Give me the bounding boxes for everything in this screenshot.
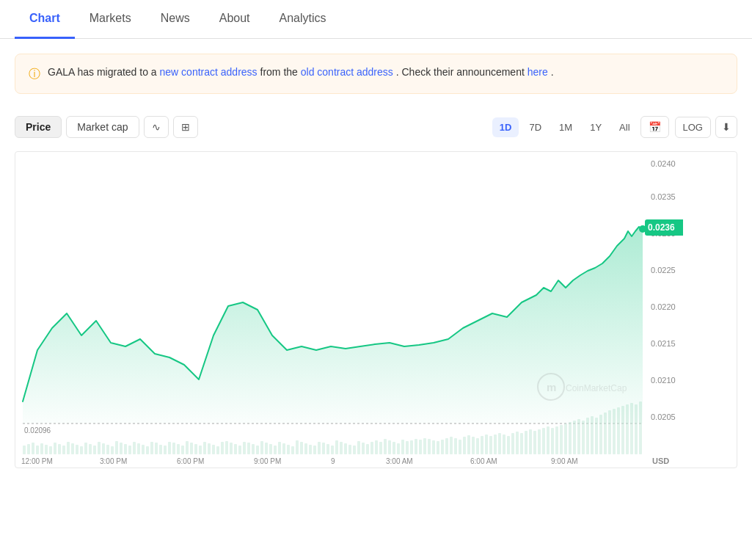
tab-news[interactable]: News <box>146 0 205 39</box>
svg-rect-11 <box>67 442 70 454</box>
time-7d-button[interactable]: 7D <box>522 117 549 137</box>
tab-about[interactable]: About <box>205 0 265 39</box>
time-1y-button[interactable]: 1Y <box>583 117 609 137</box>
svg-rect-90 <box>415 439 417 454</box>
y-label-4: 0.0225 <box>651 266 676 274</box>
new-contract-link[interactable]: new contract address <box>160 66 258 78</box>
svg-rect-47 <box>225 441 228 454</box>
svg-rect-119 <box>542 428 545 454</box>
svg-rect-38 <box>186 441 189 454</box>
tab-markets[interactable]: Markets <box>75 0 146 39</box>
x-label-7: 6:00 AM <box>470 457 497 465</box>
svg-rect-91 <box>419 440 422 454</box>
svg-rect-118 <box>538 429 541 454</box>
svg-rect-86 <box>397 443 400 454</box>
svg-rect-33 <box>164 446 167 454</box>
svg-rect-60 <box>282 443 285 454</box>
chart-inner: 0.02096 <box>15 152 737 468</box>
svg-rect-12 <box>71 443 74 454</box>
svg-rect-85 <box>393 442 395 454</box>
tab-chart[interactable]: Chart <box>15 0 75 39</box>
time-1m-button[interactable]: 1M <box>552 117 580 137</box>
svg-rect-64 <box>300 442 303 454</box>
old-contract-link[interactable]: old contract address <box>301 66 393 78</box>
svg-rect-53 <box>252 444 255 454</box>
y-label-5: 0.0220 <box>651 302 676 311</box>
svg-rect-69 <box>322 443 325 454</box>
svg-rect-93 <box>428 439 431 454</box>
svg-rect-109 <box>498 433 501 454</box>
line-chart-icon: ∿ <box>152 121 161 133</box>
x-axis-currency: USD <box>652 457 669 465</box>
svg-rect-42 <box>203 442 206 454</box>
svg-rect-102 <box>467 435 470 454</box>
time-all-button[interactable]: All <box>612 117 637 137</box>
svg-rect-80 <box>370 442 373 454</box>
svg-rect-87 <box>401 440 404 454</box>
svg-rect-63 <box>296 440 299 454</box>
svg-rect-24 <box>124 444 127 454</box>
svg-rect-1 <box>23 446 26 454</box>
nav-tabs: Chart Markets News About Analytics <box>0 0 752 39</box>
log-button[interactable]: LOG <box>675 117 711 138</box>
svg-rect-114 <box>520 433 523 454</box>
svg-rect-32 <box>159 445 162 454</box>
svg-rect-50 <box>238 446 241 454</box>
svg-rect-9 <box>58 444 61 454</box>
calendar-button[interactable]: 📅 <box>640 116 669 138</box>
svg-rect-36 <box>177 444 180 454</box>
svg-rect-65 <box>304 443 307 454</box>
svg-rect-95 <box>437 441 439 454</box>
svg-rect-82 <box>379 442 382 454</box>
price-chart-svg: 0.02096 <box>15 152 683 468</box>
x-label-4: 9:00 PM <box>254 457 281 465</box>
info-icon: ⓘ <box>29 65 40 83</box>
download-icon: ⬇ <box>722 121 731 133</box>
svg-rect-84 <box>388 440 391 454</box>
svg-rect-40 <box>194 444 197 454</box>
svg-rect-35 <box>172 443 175 454</box>
svg-rect-20 <box>106 445 109 454</box>
svg-rect-113 <box>516 432 519 454</box>
y-label-7: 0.0210 <box>651 376 676 385</box>
line-chart-button[interactable]: ∿ <box>144 116 169 138</box>
svg-rect-62 <box>291 446 294 454</box>
svg-rect-110 <box>503 434 505 454</box>
bar-chart-button[interactable]: ⊞ <box>173 116 198 138</box>
svg-rect-10 <box>62 446 65 454</box>
svg-rect-81 <box>375 440 378 454</box>
tab-analytics[interactable]: Analytics <box>265 0 341 39</box>
svg-rect-56 <box>265 443 268 454</box>
svg-text:CoinMarketCap: CoinMarketCap <box>566 383 627 393</box>
svg-rect-98 <box>450 437 453 454</box>
y-label-1: 0.0240 <box>651 159 676 168</box>
svg-rect-52 <box>247 443 250 454</box>
price-toggle-button[interactable]: Price <box>15 116 62 138</box>
svg-rect-5 <box>40 443 43 454</box>
svg-rect-18 <box>98 442 101 454</box>
alert-text: GALA has migrated to a new contract addr… <box>48 65 554 80</box>
svg-rect-103 <box>472 437 475 454</box>
download-button[interactable]: ⬇ <box>715 116 737 138</box>
announcement-link[interactable]: here <box>528 66 548 78</box>
svg-rect-78 <box>362 443 365 454</box>
time-1d-button[interactable]: 1D <box>492 117 519 137</box>
svg-rect-57 <box>269 444 272 454</box>
svg-rect-14 <box>80 446 83 454</box>
svg-rect-31 <box>155 443 158 454</box>
svg-rect-15 <box>84 443 87 454</box>
svg-rect-28 <box>142 445 145 454</box>
svg-rect-101 <box>463 437 466 454</box>
chart-area: 0.02096 <box>15 151 737 468</box>
svg-rect-41 <box>199 446 202 454</box>
svg-rect-111 <box>507 436 510 454</box>
svg-rect-55 <box>260 441 263 454</box>
chart-area-fill <box>23 227 643 423</box>
bar-chart-icon: ⊞ <box>181 121 190 133</box>
marketcap-toggle-button[interactable]: Market cap <box>66 116 139 138</box>
svg-rect-37 <box>181 446 184 454</box>
x-label-6: 3:00 AM <box>386 457 413 465</box>
svg-rect-89 <box>410 440 413 454</box>
controls-right: 1D 7D 1M 1Y All 📅 LOG ⬇ <box>492 116 737 138</box>
svg-rect-96 <box>441 440 444 454</box>
